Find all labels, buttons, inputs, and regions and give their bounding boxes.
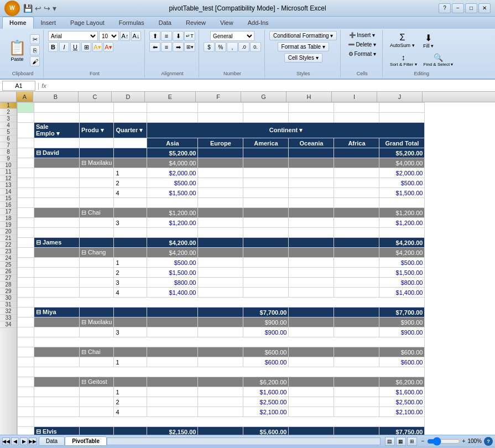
cell-e4[interactable]: Asia xyxy=(147,138,198,148)
cell-h22[interactable] xyxy=(289,317,334,327)
cell-e13[interactable] xyxy=(147,228,198,238)
cell-h8[interactable] xyxy=(289,178,334,188)
cell-e18[interactable]: $800.00 xyxy=(147,278,198,288)
cell-b13[interactable] xyxy=(34,228,80,238)
cell-i11[interactable] xyxy=(334,208,379,218)
align-middle-button[interactable]: ≡ xyxy=(161,31,172,41)
copy-button[interactable]: ⎘ xyxy=(30,45,40,55)
cell-h9[interactable] xyxy=(289,188,334,198)
align-right-button[interactable]: ➡ xyxy=(173,42,184,52)
cell-f28[interactable] xyxy=(198,377,243,387)
cell-c6[interactable]: ⊟ Maxilaku xyxy=(80,158,114,168)
row-num-14[interactable]: 14 xyxy=(0,189,17,195)
cell-a22[interactable] xyxy=(18,317,34,327)
cell-f19[interactable] xyxy=(198,288,243,298)
cell-j12[interactable]: $1,200.00 xyxy=(379,218,425,228)
cell-a7[interactable] xyxy=(18,168,34,178)
cell-g9[interactable] xyxy=(243,188,289,198)
cell-c25[interactable]: ⊟ Chai xyxy=(80,347,114,357)
cell-g8[interactable] xyxy=(243,178,289,188)
cell-a16[interactable] xyxy=(18,258,34,268)
cell-d11[interactable] xyxy=(114,208,147,218)
cell-d2[interactable] xyxy=(114,113,147,123)
increase-font-button[interactable]: A↑ xyxy=(120,31,130,41)
cell-g30[interactable]: $2,500.00 xyxy=(243,397,289,407)
col-header-e[interactable]: E xyxy=(145,92,196,102)
cell-d26[interactable]: 1 xyxy=(114,357,147,367)
wrap-text-button[interactable]: ↵T xyxy=(184,31,195,41)
cell-h31[interactable] xyxy=(289,407,334,417)
close-button[interactable]: ✕ xyxy=(478,3,491,13)
font-size-select[interactable]: 10 xyxy=(99,31,119,41)
cell-j5[interactable]: $5,200.00 xyxy=(379,148,425,158)
cell-d14[interactable] xyxy=(114,238,147,248)
cell-b28[interactable] xyxy=(34,377,80,387)
row-num-31[interactable]: 31 xyxy=(0,301,17,308)
fill-color-button[interactable]: A▾ xyxy=(92,42,102,52)
cell-b2[interactable] xyxy=(34,113,80,123)
save-icon[interactable]: 💾 xyxy=(23,4,33,13)
cell-b32[interactable] xyxy=(34,417,425,427)
cell-a13[interactable] xyxy=(18,228,34,238)
cell-b11[interactable] xyxy=(34,208,80,218)
cell-b25[interactable] xyxy=(34,347,80,357)
cell-e16[interactable]: $500.00 xyxy=(147,258,198,268)
font-name-select[interactable]: Arial xyxy=(48,31,98,41)
cell-i8[interactable] xyxy=(334,178,379,188)
cell-d18[interactable]: 3 xyxy=(114,278,147,288)
cell-b21[interactable]: ⊟ Miya xyxy=(34,308,80,317)
cell-i9[interactable] xyxy=(334,188,379,198)
cell-g7[interactable] xyxy=(243,168,289,178)
insert-cells-button[interactable]: ➕ Insert ▾ xyxy=(346,31,378,39)
cell-b3[interactable]: SaleEmplo ▾ xyxy=(34,123,80,138)
cell-f5[interactable] xyxy=(198,148,243,158)
row-num-6[interactable]: 6 xyxy=(0,136,17,142)
sheet-next-button[interactable]: ▶ xyxy=(20,437,28,445)
underline-button[interactable]: U xyxy=(70,42,80,52)
cell-g10[interactable] xyxy=(243,198,289,208)
format-as-table-button[interactable]: Format as Table ▾ xyxy=(278,42,329,51)
cell-j6[interactable]: $4,000.00 xyxy=(379,158,425,168)
tab-add-ins[interactable]: Add-Ins xyxy=(241,17,276,29)
cell-h5[interactable] xyxy=(289,148,334,158)
col-header-h[interactable]: H xyxy=(286,92,332,102)
cell-c14[interactable] xyxy=(80,238,114,248)
cell-c12[interactable] xyxy=(80,218,114,228)
cell-a3[interactable] xyxy=(18,123,34,138)
decrease-decimal-button[interactable]: 0. xyxy=(250,42,261,52)
align-center-button[interactable]: ≡ xyxy=(161,42,172,52)
col-header-c[interactable]: C xyxy=(79,92,112,102)
cell-b18[interactable] xyxy=(34,278,80,288)
cell-e7[interactable]: $2,000.00 xyxy=(147,168,198,178)
cell-e30[interactable] xyxy=(147,397,198,407)
cell-j14[interactable]: $4,200.00 xyxy=(379,238,425,248)
cell-e21[interactable] xyxy=(147,308,198,317)
cell-c9[interactable] xyxy=(80,188,114,198)
normal-view-button[interactable]: ▤ xyxy=(385,437,395,446)
row-num-1[interactable]: 1 xyxy=(0,102,17,109)
row-num-8[interactable]: 8 xyxy=(0,149,17,155)
cell-i14[interactable] xyxy=(334,238,379,248)
cell-i21[interactable] xyxy=(334,308,379,317)
cell-d4[interactable] xyxy=(114,138,147,148)
cell-a21[interactable] xyxy=(18,308,34,317)
cell-a18[interactable] xyxy=(18,278,34,288)
cell-c29[interactable] xyxy=(80,387,114,397)
cell-j29[interactable]: $1,600.00 xyxy=(379,387,425,397)
row-num-17[interactable]: 17 xyxy=(0,209,17,215)
cell-f4[interactable]: Europe xyxy=(198,138,243,148)
col-header-g[interactable]: G xyxy=(241,92,286,102)
row-num-33[interactable]: 33 xyxy=(0,315,17,321)
cell-e28[interactable] xyxy=(147,377,198,387)
cell-h2[interactable] xyxy=(289,113,334,123)
cell-j26[interactable]: $600.00 xyxy=(379,357,425,367)
cell-d13[interactable] xyxy=(114,228,147,238)
cell-a6[interactable] xyxy=(18,158,34,168)
cell-e17[interactable]: $1,500.00 xyxy=(147,268,198,278)
cell-f10[interactable] xyxy=(198,198,243,208)
row-num-29[interactable]: 29 xyxy=(0,288,17,295)
cell-b4[interactable] xyxy=(34,138,80,148)
cell-i7[interactable] xyxy=(334,168,379,178)
cell-i15[interactable] xyxy=(334,248,379,258)
cell-b33[interactable]: ⊟ Elvis xyxy=(34,427,80,435)
